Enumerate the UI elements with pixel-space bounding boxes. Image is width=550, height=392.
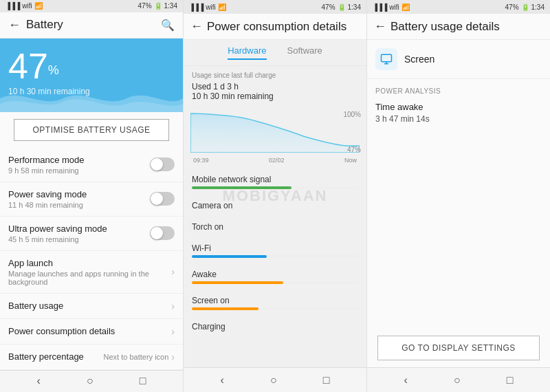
nav-home-1[interactable]: ○	[87, 375, 94, 387]
status-left: ▐▐▐ wifi 📶	[6, 2, 43, 10]
power-consumption-title: Power consumption details	[8, 326, 115, 336]
hw-bar-wrap-3	[192, 255, 358, 258]
usage-used: Used 1 d 3 h	[192, 82, 358, 91]
hw-title-3: Wi-Fi	[192, 243, 358, 253]
hw-bar-0	[192, 186, 292, 189]
hw-title-6: Charging	[192, 322, 358, 331]
power-analysis-title: POWER ANALYSIS	[375, 87, 542, 95]
usage-title: Usage since last full charge	[192, 72, 358, 79]
battery-percentage-right: Next to battery icon	[104, 353, 169, 361]
hw-title-0: Mobile network signal	[192, 175, 358, 184]
nav-home-2[interactable]: ○	[270, 374, 277, 386]
time-status-2: 1:34	[348, 3, 361, 11]
nav-back-3[interactable]: ‹	[404, 374, 408, 386]
hw-title-2: Torch on	[192, 222, 358, 232]
panel1-header: ← Battery 🔍	[0, 12, 183, 39]
power-saving-toggle[interactable]	[150, 192, 175, 206]
hw-bar-wrap-0	[192, 186, 358, 189]
tab-software[interactable]: Software	[287, 45, 322, 60]
battery-usage-item[interactable]: Battery usage ›	[0, 294, 183, 319]
screen-section: Screen	[367, 40, 550, 79]
go-to-display-button[interactable]: GO TO DISPLAY SETTINGS	[377, 336, 540, 360]
power-saving-item: Power saving mode 11 h 48 min remaining	[0, 182, 183, 217]
battery-chart	[190, 110, 360, 153]
app-launch-item[interactable]: App launch Manage launches and apps runn…	[0, 251, 183, 294]
hw-bar-4	[192, 281, 283, 284]
battery-icon-3: 🔋	[521, 3, 529, 11]
power-saving-sub: 11 h 48 min remaining	[8, 201, 87, 209]
status-bar-2: ▐▐▐ wifi 📶 47% 🔋 1:34	[184, 0, 366, 14]
chart-area: 100% 47% 09:39 02/02 Now	[184, 107, 366, 169]
usage-section: Usage since last full charge Used 1 d 3 …	[184, 66, 366, 107]
battery-number: 47	[8, 46, 48, 86]
power-consumption-text: Power consumption details	[8, 326, 115, 336]
ultra-power-title: Ultra power saving mode	[8, 224, 107, 234]
ultra-power-text: Ultra power saving mode 45 h 5 min remai…	[8, 224, 107, 243]
nav-bar-1: ‹ ○ □	[0, 370, 183, 392]
time-status-3: 1:34	[531, 3, 544, 11]
nav-recents-1[interactable]: □	[140, 375, 146, 387]
battery-usage-text: Battery usage	[8, 301, 63, 311]
signal-icon: ▐▐▐	[6, 2, 20, 10]
battery-usage-chevron: ›	[171, 301, 175, 312]
power-consumption-item[interactable]: Power consumption details ›	[0, 319, 183, 345]
battery-icon-2: 🔋	[338, 3, 346, 11]
hw-bar-wrap-4	[192, 281, 358, 284]
battery-icon-status: 🔋	[154, 2, 162, 10]
hw-item-4: Awake	[184, 264, 366, 290]
battery-percent-sign: %	[48, 63, 59, 77]
hw-item-3: Wi-Fi	[184, 238, 366, 264]
power-consumption-panel: ▐▐▐ wifi 📶 47% 🔋 1:34 ← Power consumptio…	[184, 0, 367, 392]
tab-hardware[interactable]: Hardware	[228, 45, 266, 60]
usage-remaining: 10 h 30 min remaining	[192, 91, 358, 101]
status-right-3: 47% 🔋 1:34	[505, 3, 544, 11]
hw-item-2: Torch on	[184, 217, 366, 238]
app-launch-text: App launch Manage launches and apps runn…	[8, 258, 171, 286]
hw-item-6: Charging	[184, 316, 366, 338]
status-bar-3: ▐▐▐ wifi 📶 47% 🔋 1:34	[367, 0, 550, 14]
tab-bar: Hardware Software	[184, 40, 366, 66]
battery-title: Battery	[26, 18, 63, 32]
back-arrow-3[interactable]: ←	[374, 19, 386, 34]
panel2-header: ← Power consumption details	[184, 14, 366, 40]
wifi-icon: wifi	[22, 2, 32, 10]
battery-usage-title: Battery usage	[8, 301, 63, 311]
power-consumption-title-header: Power consumption details	[207, 20, 346, 34]
nav-home-3[interactable]: ○	[454, 374, 461, 386]
chart-label-47: 47%	[347, 146, 361, 153]
status-right: 47% 🔋 1:34	[138, 2, 177, 10]
screen-label: Screen	[404, 54, 434, 65]
ultra-power-item: Ultra power saving mode 45 h 5 min remai…	[0, 217, 183, 251]
nav-back-2[interactable]: ‹	[221, 374, 224, 386]
performance-mode-title: Performance mode	[8, 155, 85, 165]
nav-back-1[interactable]: ‹	[37, 375, 41, 387]
power-saving-title: Power saving mode	[8, 189, 87, 199]
network-icon-2: 📶	[218, 3, 226, 11]
back-arrow-1[interactable]: ←	[8, 18, 21, 32]
battery-percentage-title: Battery percentage	[8, 351, 84, 362]
performance-mode-item: Performance mode 9 h 58 min remaining	[0, 148, 183, 182]
battery-percentage-text: Battery percentage	[8, 351, 84, 362]
ultra-power-toggle[interactable]	[150, 226, 175, 240]
battery-percent-status-2: 47%	[322, 3, 336, 11]
battery-percentage-item[interactable]: Battery percentage Next to battery icon …	[0, 345, 183, 370]
hw-item-0: Mobile network signal	[184, 169, 366, 195]
optimise-button[interactable]: OPTIMISE BATTERY USAGE	[14, 119, 169, 141]
battery-panel: ▐▐▐ wifi 📶 47% 🔋 1:34 ← Battery 🔍 47% 10…	[0, 0, 184, 392]
battery-percent-status-3: 47%	[505, 3, 519, 11]
battery-usage-details-title: Battery usage details	[390, 20, 500, 34]
hw-bar-3	[192, 255, 267, 258]
network-icon-3: 📶	[402, 3, 410, 11]
chart-time-start: 09:39	[193, 157, 209, 164]
search-icon[interactable]: 🔍	[161, 19, 175, 32]
wifi-icon-3: wifi	[389, 3, 399, 11]
nav-recents-2[interactable]: □	[323, 374, 330, 386]
nav-recents-3[interactable]: □	[507, 374, 514, 386]
network-icon: 📶	[34, 2, 43, 10]
performance-mode-toggle[interactable]	[150, 157, 175, 171]
hw-title-1: Camera on	[192, 201, 358, 210]
hw-item-1: Camera on	[184, 195, 366, 217]
hardware-list: Mobile network signal Camera on Torch on…	[184, 169, 366, 367]
back-arrow-2[interactable]: ←	[190, 19, 203, 34]
svg-rect-0	[382, 54, 392, 62]
